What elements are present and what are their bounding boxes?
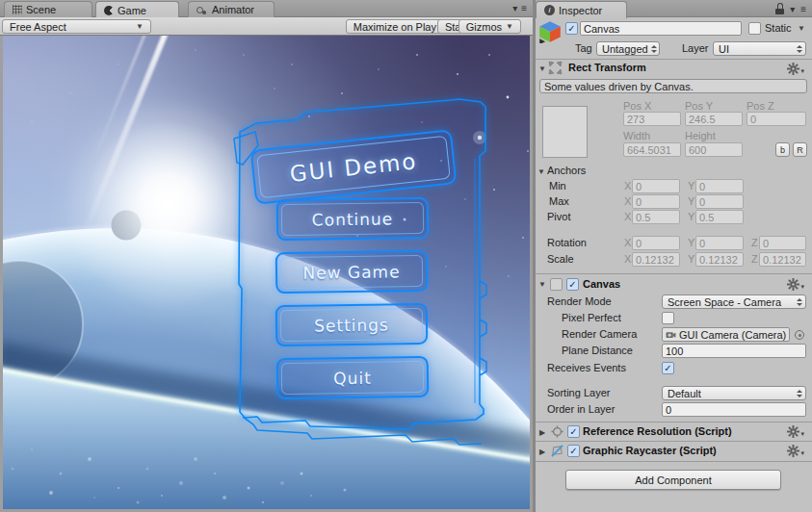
scale-z-field: 0.12132	[759, 252, 806, 267]
static-checkbox[interactable]	[748, 22, 761, 35]
game-view-icon	[104, 6, 114, 15]
chevron-down-icon: ▼	[136, 22, 144, 31]
pos-x-field: 273	[623, 112, 681, 126]
canvas-component-header[interactable]: ▼ ✓ Canvas ▾	[536, 276, 812, 292]
chevron-down-icon: ▾	[800, 449, 804, 457]
static-label: Static	[765, 22, 792, 34]
chevron-down-icon: ▾	[800, 67, 804, 75]
graphic-raycaster-icon	[551, 445, 563, 457]
order-in-layer-field[interactable]: 0	[662, 402, 806, 417]
tab-inspector[interactable]: i Inspector	[536, 1, 627, 18]
aspect-dropdown[interactable]: Free Aspect ▼	[2, 19, 151, 34]
rotation-z-field: 0	[759, 236, 806, 250]
height-field: 600	[685, 142, 743, 157]
layer-dropdown[interactable]: UI	[713, 41, 806, 56]
render-mode-label: Render Mode	[547, 295, 612, 307]
foldout-closed-icon[interactable]: ▶	[539, 448, 545, 456]
tab-animator[interactable]: Animator	[188, 1, 275, 17]
component-enabled-checkbox[interactable]: ✓	[567, 425, 580, 438]
blueprint-mode-button[interactable]: b	[775, 142, 790, 157]
chevron-down-icon[interactable]: ▾	[790, 4, 795, 14]
component-enabled-checkbox[interactable]: ✓	[567, 445, 580, 457]
space-scene	[3, 36, 530, 509]
order-in-layer-label: Order in Layer	[547, 403, 615, 415]
inspector-panel: i Inspector ▾ ≡ ✓ Canvas Static ▼ Tag	[536, 0, 812, 512]
continue-button[interactable]: Continue	[276, 197, 430, 241]
menu-icon[interactable]: ≡	[800, 4, 806, 14]
inspector-tabstrip: i Inspector ▾ ≡	[536, 0, 812, 17]
rotation-x-field: 0	[632, 236, 680, 250]
canvas-enabled-checkbox[interactable]: ✓	[566, 278, 579, 291]
gear-icon[interactable]: ▾	[787, 445, 804, 457]
pivot-x-field: 0.5	[632, 210, 680, 224]
menu-title-text: GUI Demo	[288, 148, 418, 187]
chevron-down-icon: ▾	[800, 283, 804, 291]
width-field: 664.5031	[623, 142, 681, 157]
render-camera-object-field[interactable]: GUI Camera (Camera)	[662, 327, 790, 342]
pos-z-label: Pos Z	[747, 100, 774, 112]
raw-edit-mode-button[interactable]: R	[793, 142, 807, 157]
gear-icon[interactable]: ▾	[787, 425, 804, 438]
tab-inspector-label: Inspector	[559, 5, 602, 16]
gameobject-name-field[interactable]: Canvas	[580, 21, 742, 36]
width-label: Width	[623, 130, 650, 141]
rect-transform-icon	[548, 61, 563, 75]
anchor-min-y-field: 0	[695, 179, 744, 193]
pos-y-field: 246.5	[685, 112, 743, 126]
info-icon: i	[544, 5, 555, 15]
render-mode-dropdown[interactable]: Screen Space - Camera	[662, 294, 806, 309]
sorting-layer-label: Sorting Layer	[547, 387, 610, 398]
pos-z-field: 0	[747, 112, 806, 126]
sorting-layer-dropdown[interactable]: Default	[662, 386, 806, 400]
foldout-closed-icon[interactable]: ▶	[539, 428, 545, 437]
reference-resolution-icon	[551, 425, 563, 438]
receives-events-label: Receives Events	[547, 362, 626, 373]
receives-events-checkbox[interactable]: ✓	[662, 362, 674, 374]
gameobject-active-checkbox[interactable]: ✓	[565, 22, 578, 35]
gear-icon[interactable]: ▾	[787, 63, 804, 75]
foldout-open-icon[interactable]: ▼	[538, 280, 546, 289]
quit-button[interactable]: Quit	[276, 356, 430, 399]
gear-icon[interactable]: ▾	[787, 278, 804, 291]
plane-distance-field[interactable]: 100	[662, 344, 806, 358]
chevron-down-icon: ▼	[506, 22, 513, 31]
lock-icon[interactable]	[775, 3, 784, 14]
game-panel-menu[interactable]: ▾ ≡	[512, 3, 527, 13]
graphic-raycaster-header[interactable]: ▶ ✓ Graphic Raycaster (Script) ▾	[536, 444, 812, 459]
game-viewport: GUI Demo Continue New Game Settings Quit	[3, 36, 530, 509]
chevron-down-icon: ▾	[512, 3, 517, 13]
foldout-open-icon[interactable]: ▼	[538, 64, 546, 73]
settings-button[interactable]: Settings	[275, 303, 429, 346]
tab-game[interactable]: Game	[95, 1, 179, 18]
menu-icon: ≡	[521, 3, 527, 13]
anchors-label: Anchors	[547, 165, 586, 176]
maximize-on-play-button[interactable]: Maximize on Play	[346, 19, 444, 34]
camera-icon	[666, 330, 676, 339]
plane-distance-label: Plane Distance	[562, 345, 633, 356]
object-picker-icon[interactable]	[795, 330, 804, 340]
tab-game-label: Game	[118, 5, 146, 16]
pos-y-label: Pos Y	[685, 100, 713, 112]
layer-label: Layer	[682, 42, 709, 54]
game-panel: Scene Game Animator ▾ ≡ Free Aspect ▼ Ma…	[0, 0, 533, 512]
add-component-button[interactable]: Add Component	[565, 470, 781, 490]
animator-icon	[196, 7, 203, 13]
scale-label: Scale	[547, 253, 574, 265]
rotation-label: Rotation	[547, 237, 587, 248]
anchor-max-x-field: 0	[632, 194, 680, 209]
rect-transform-header[interactable]: ▼ Rect Transform ▾	[536, 61, 812, 76]
tab-scene[interactable]: Scene	[4, 1, 92, 17]
static-dropdown-arrow[interactable]: ▼	[798, 24, 805, 33]
scale-y-field: 0.12132	[695, 252, 744, 267]
pivot-y-field: 0.5	[695, 210, 744, 224]
gizmos-dropdown[interactable]: Gizmos ▼	[458, 19, 521, 34]
pixel-perfect-checkbox[interactable]	[662, 312, 674, 324]
scale-x-field: 0.12132	[632, 252, 680, 267]
height-label: Height	[685, 130, 716, 141]
reference-resolution-header[interactable]: ▶ ✓ Reference Resolution (Script) ▾	[536, 424, 812, 440]
tag-dropdown[interactable]: Untagged	[596, 41, 660, 56]
pixel-perfect-label: Pixel Perfect	[562, 312, 621, 323]
chevron-down-icon: ▾	[800, 430, 804, 438]
new-game-button[interactable]: New Game	[275, 250, 429, 294]
anchors-foldout-icon[interactable]: ▼	[537, 167, 545, 176]
